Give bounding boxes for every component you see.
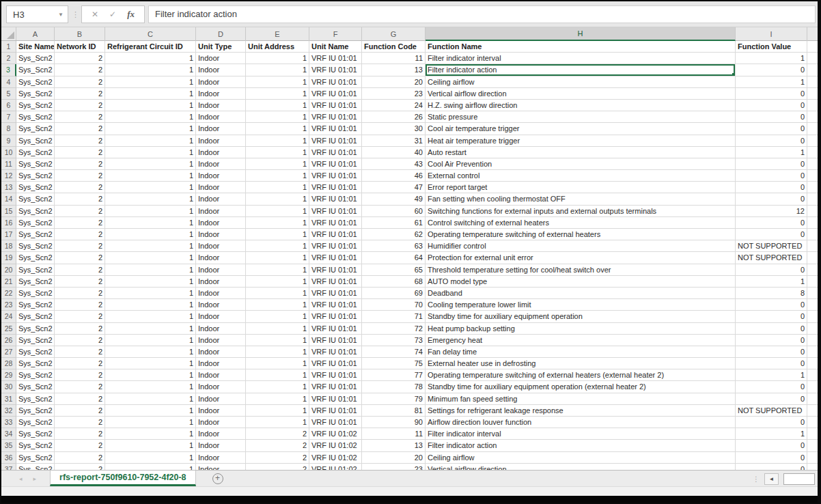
cell-A30[interactable]: Sys_Scn2 bbox=[16, 381, 55, 393]
cell-D8[interactable]: Indoor bbox=[196, 123, 246, 135]
cell-J1[interactable] bbox=[807, 41, 818, 53]
cell-G34[interactable]: 11 bbox=[362, 428, 426, 440]
cell-G3[interactable]: 13 bbox=[362, 64, 426, 76]
next-sheet-icon[interactable]: ▸ bbox=[33, 475, 37, 482]
cell-D4[interactable]: Indoor bbox=[196, 76, 246, 88]
cell-E27[interactable]: 1 bbox=[246, 346, 309, 358]
cell-I8[interactable]: 0 bbox=[736, 123, 807, 135]
cell-B12[interactable]: 2 bbox=[55, 170, 105, 182]
scrollbar-thumb[interactable] bbox=[783, 473, 815, 485]
cell-I25[interactable]: 0 bbox=[736, 323, 807, 335]
cell-F13[interactable]: VRF IU 01:01 bbox=[309, 182, 362, 193]
cell-B20[interactable]: 2 bbox=[55, 264, 105, 276]
cell-G8[interactable]: 30 bbox=[362, 123, 426, 135]
cell-H29[interactable]: Operating temperature switching of exter… bbox=[426, 369, 736, 381]
cell-J23[interactable] bbox=[807, 299, 818, 311]
cell-D31[interactable]: Indoor bbox=[196, 393, 246, 405]
cell-D14[interactable]: Indoor bbox=[196, 193, 246, 205]
cell-I1[interactable]: Function Value bbox=[736, 41, 807, 53]
cell-F36[interactable]: VRF IU 01:02 bbox=[309, 452, 362, 464]
cell-D11[interactable]: Indoor bbox=[196, 158, 246, 170]
row-header-21[interactable]: 21 bbox=[1, 276, 16, 288]
cell-G37[interactable]: 23 bbox=[362, 464, 426, 470]
cell-E12[interactable]: 1 bbox=[246, 170, 309, 182]
cell-I12[interactable]: 0 bbox=[736, 170, 807, 182]
row-header-15[interactable]: 15 bbox=[1, 206, 16, 217]
cell-D18[interactable]: Indoor bbox=[196, 240, 246, 252]
cell-D13[interactable]: Indoor bbox=[196, 182, 246, 193]
cell-C18[interactable]: 1 bbox=[105, 240, 196, 252]
cell-D35[interactable]: Indoor bbox=[196, 440, 246, 451]
cell-G35[interactable]: 13 bbox=[362, 440, 426, 451]
cell-F37[interactable]: VRF IU 01:02 bbox=[309, 464, 362, 470]
column-header-G[interactable]: G bbox=[362, 27, 426, 41]
cell-J9[interactable] bbox=[807, 135, 818, 147]
cell-C9[interactable]: 1 bbox=[105, 135, 196, 147]
cell-B6[interactable]: 2 bbox=[55, 100, 105, 111]
cell-F33[interactable]: VRF IU 01:01 bbox=[309, 417, 362, 428]
cell-H20[interactable]: Threshold temperature setting for cool/h… bbox=[426, 264, 736, 276]
cell-J7[interactable] bbox=[807, 111, 818, 123]
cell-C2[interactable]: 1 bbox=[105, 53, 196, 64]
row-header-5[interactable]: 5 bbox=[1, 88, 16, 100]
cell-A31[interactable]: Sys_Scn2 bbox=[16, 393, 55, 405]
cell-C20[interactable]: 1 bbox=[105, 264, 196, 276]
cell-A25[interactable]: Sys_Scn2 bbox=[16, 323, 55, 335]
cell-D10[interactable]: Indoor bbox=[196, 147, 246, 158]
cell-G2[interactable]: 11 bbox=[362, 53, 426, 64]
cell-I19[interactable]: NOT SUPPORTED bbox=[736, 252, 807, 264]
cell-G10[interactable]: 40 bbox=[362, 147, 426, 158]
cell-B23[interactable]: 2 bbox=[55, 299, 105, 311]
cell-B32[interactable]: 2 bbox=[55, 405, 105, 417]
cell-H31[interactable]: Minimum fan speed setting bbox=[426, 393, 736, 405]
cell-F26[interactable]: VRF IU 01:01 bbox=[309, 335, 362, 346]
cell-J26[interactable] bbox=[807, 335, 818, 346]
cell-I36[interactable]: 0 bbox=[736, 452, 807, 464]
cell-B29[interactable]: 2 bbox=[55, 369, 105, 381]
cell-C10[interactable]: 1 bbox=[105, 147, 196, 158]
row-header-31[interactable]: 31 bbox=[1, 393, 16, 405]
cell-E35[interactable]: 2 bbox=[246, 440, 309, 451]
cell-B33[interactable]: 2 bbox=[55, 417, 105, 428]
cell-A8[interactable]: Sys_Scn2 bbox=[16, 123, 55, 135]
column-header-I[interactable]: I bbox=[736, 27, 807, 41]
row-header-8[interactable]: 8 bbox=[1, 123, 16, 135]
cell-E17[interactable]: 1 bbox=[246, 229, 309, 240]
cell-A33[interactable]: Sys_Scn2 bbox=[16, 417, 55, 428]
cell-J30[interactable] bbox=[807, 381, 818, 393]
cell-C26[interactable]: 1 bbox=[105, 335, 196, 346]
cell-J25[interactable] bbox=[807, 323, 818, 335]
cell-E1[interactable]: Unit Address bbox=[246, 41, 309, 53]
cell-F18[interactable]: VRF IU 01:01 bbox=[309, 240, 362, 252]
cell-C30[interactable]: 1 bbox=[105, 381, 196, 393]
cell-G1[interactable]: Function Code bbox=[362, 41, 426, 53]
cell-J28[interactable] bbox=[807, 358, 818, 369]
enter-icon[interactable]: ✓ bbox=[109, 10, 116, 19]
cell-G22[interactable]: 69 bbox=[362, 288, 426, 299]
row-header-12[interactable]: 12 bbox=[1, 170, 16, 182]
cell-F21[interactable]: VRF IU 01:01 bbox=[309, 276, 362, 288]
cell-F27[interactable]: VRF IU 01:01 bbox=[309, 346, 362, 358]
cell-D25[interactable]: Indoor bbox=[196, 323, 246, 335]
cell-H22[interactable]: Deadband bbox=[426, 288, 736, 299]
cell-I5[interactable]: 0 bbox=[736, 88, 807, 100]
cell-E7[interactable]: 1 bbox=[246, 111, 309, 123]
cell-I30[interactable]: 0 bbox=[736, 381, 807, 393]
cell-A10[interactable]: Sys_Scn2 bbox=[16, 147, 55, 158]
cell-I29[interactable]: 1 bbox=[736, 369, 807, 381]
cell-F2[interactable]: VRF IU 01:01 bbox=[309, 53, 362, 64]
row-header-22[interactable]: 22 bbox=[1, 288, 16, 299]
cell-C34[interactable]: 1 bbox=[105, 428, 196, 440]
row-header-30[interactable]: 30 bbox=[1, 381, 16, 393]
cell-H30[interactable]: Standby time for auxiliary equipment ope… bbox=[426, 381, 736, 393]
cell-H3[interactable]: Filter indicator action bbox=[426, 64, 736, 76]
cell-C22[interactable]: 1 bbox=[105, 288, 196, 299]
cell-C19[interactable]: 1 bbox=[105, 252, 196, 264]
cell-C29[interactable]: 1 bbox=[105, 369, 196, 381]
scrollbar-grip-icon[interactable]: ⋮ bbox=[753, 475, 760, 483]
cell-H28[interactable]: External heater use in defrosting bbox=[426, 358, 736, 369]
cell-B22[interactable]: 2 bbox=[55, 288, 105, 299]
cell-C27[interactable]: 1 bbox=[105, 346, 196, 358]
row-header-24[interactable]: 24 bbox=[1, 311, 16, 322]
cell-I13[interactable]: 0 bbox=[736, 182, 807, 193]
